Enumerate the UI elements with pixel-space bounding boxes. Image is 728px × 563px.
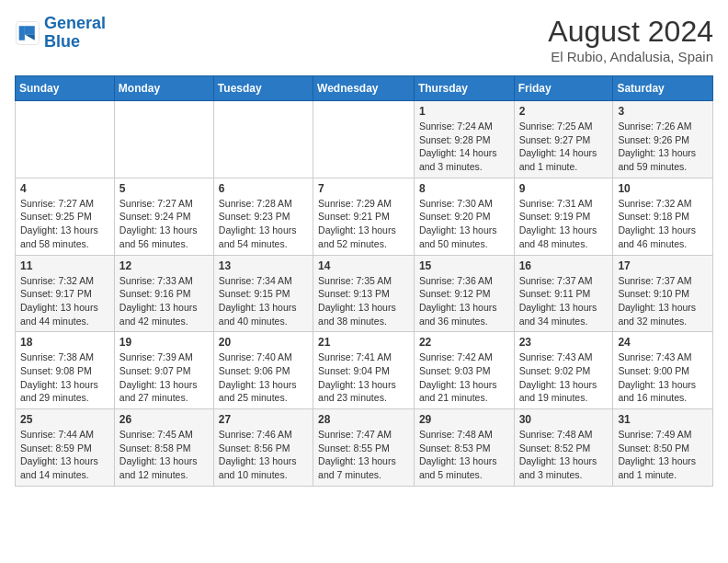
calendar-cell: 14Sunrise: 7:35 AM Sunset: 9:13 PM Dayli… [313, 255, 415, 332]
calendar-cell: 29Sunrise: 7:48 AM Sunset: 8:53 PM Dayli… [414, 409, 514, 487]
day-number: 23 [519, 336, 609, 349]
day-number: 8 [419, 182, 509, 195]
weekday-header-saturday: Saturday [613, 76, 713, 101]
weekday-header-wednesday: Wednesday [313, 76, 415, 101]
calendar-cell: 2Sunrise: 7:25 AM Sunset: 9:27 PM Daylig… [514, 101, 613, 178]
calendar-cell: 4Sunrise: 7:27 AM Sunset: 9:25 PM Daylig… [16, 178, 115, 255]
calendar-body: 1Sunrise: 7:24 AM Sunset: 9:28 PM Daylig… [16, 101, 713, 487]
calendar-cell: 5Sunrise: 7:27 AM Sunset: 9:24 PM Daylig… [114, 178, 213, 255]
day-info: Sunrise: 7:26 AM Sunset: 9:26 PM Dayligh… [618, 120, 708, 174]
day-number: 28 [318, 413, 409, 426]
day-number: 26 [119, 413, 209, 426]
weekday-header-friday: Friday [514, 76, 613, 101]
calendar-cell: 27Sunrise: 7:46 AM Sunset: 8:56 PM Dayli… [213, 409, 313, 487]
logo-icon [15, 20, 40, 46]
weekday-header-sunday: Sunday [16, 76, 115, 101]
title-block: August 2024 El Rubio, Andalusia, Spain [548, 15, 713, 64]
day-info: Sunrise: 7:36 AM Sunset: 9:12 PM Dayligh… [419, 274, 509, 328]
day-info: Sunrise: 7:32 AM Sunset: 9:18 PM Dayligh… [618, 197, 708, 251]
calendar-cell: 20Sunrise: 7:40 AM Sunset: 9:06 PM Dayli… [213, 332, 313, 409]
day-number: 27 [219, 413, 308, 426]
calendar-cell: 17Sunrise: 7:37 AM Sunset: 9:10 PM Dayli… [613, 255, 713, 332]
day-number: 21 [318, 336, 409, 349]
day-number: 25 [20, 413, 109, 426]
day-info: Sunrise: 7:28 AM Sunset: 9:23 PM Dayligh… [219, 197, 308, 251]
day-number: 20 [219, 336, 308, 349]
day-info: Sunrise: 7:27 AM Sunset: 9:25 PM Dayligh… [20, 197, 109, 251]
day-number: 19 [119, 336, 209, 349]
day-info: Sunrise: 7:37 AM Sunset: 9:11 PM Dayligh… [519, 274, 609, 328]
calendar-cell: 28Sunrise: 7:47 AM Sunset: 8:55 PM Dayli… [313, 409, 415, 487]
calendar-cell: 31Sunrise: 7:49 AM Sunset: 8:50 PM Dayli… [613, 409, 713, 487]
calendar-cell: 18Sunrise: 7:38 AM Sunset: 9:08 PM Dayli… [16, 332, 115, 409]
calendar-week-3: 11Sunrise: 7:32 AM Sunset: 9:17 PM Dayli… [16, 255, 713, 332]
calendar-cell: 30Sunrise: 7:48 AM Sunset: 8:52 PM Dayli… [514, 409, 613, 487]
weekday-header-row: SundayMondayTuesdayWednesdayThursdayFrid… [16, 76, 713, 101]
day-number: 4 [20, 182, 109, 195]
day-info: Sunrise: 7:49 AM Sunset: 8:50 PM Dayligh… [618, 428, 708, 482]
calendar-week-4: 18Sunrise: 7:38 AM Sunset: 9:08 PM Dayli… [16, 332, 713, 409]
calendar-cell [313, 101, 415, 178]
weekday-header-tuesday: Tuesday [213, 76, 313, 101]
calendar-cell: 21Sunrise: 7:41 AM Sunset: 9:04 PM Dayli… [313, 332, 415, 409]
day-info: Sunrise: 7:48 AM Sunset: 8:53 PM Dayligh… [419, 428, 509, 482]
calendar-cell: 12Sunrise: 7:33 AM Sunset: 9:16 PM Dayli… [114, 255, 213, 332]
day-number: 2 [519, 105, 609, 118]
calendar-header: SundayMondayTuesdayWednesdayThursdayFrid… [16, 76, 713, 101]
day-info: Sunrise: 7:43 AM Sunset: 9:02 PM Dayligh… [519, 350, 609, 405]
day-number: 11 [20, 259, 109, 272]
calendar-week-5: 25Sunrise: 7:44 AM Sunset: 8:59 PM Dayli… [16, 409, 713, 487]
day-number: 30 [519, 413, 609, 426]
day-info: Sunrise: 7:46 AM Sunset: 8:56 PM Dayligh… [219, 428, 308, 482]
calendar-cell: 26Sunrise: 7:45 AM Sunset: 8:58 PM Dayli… [114, 409, 213, 487]
day-number: 12 [119, 259, 209, 272]
calendar-cell [213, 101, 313, 178]
svg-rect-3 [19, 26, 25, 40]
day-info: Sunrise: 7:25 AM Sunset: 9:27 PM Dayligh… [519, 120, 609, 174]
logo-line1: General [44, 14, 106, 32]
day-number: 15 [419, 259, 509, 272]
day-info: Sunrise: 7:32 AM Sunset: 9:17 PM Dayligh… [20, 274, 109, 328]
calendar-week-2: 4Sunrise: 7:27 AM Sunset: 9:25 PM Daylig… [16, 178, 713, 255]
day-info: Sunrise: 7:35 AM Sunset: 9:13 PM Dayligh… [318, 274, 409, 328]
calendar-table: SundayMondayTuesdayWednesdayThursdayFrid… [15, 75, 713, 487]
day-info: Sunrise: 7:44 AM Sunset: 8:59 PM Dayligh… [20, 428, 109, 482]
day-number: 24 [618, 336, 708, 349]
calendar-week-1: 1Sunrise: 7:24 AM Sunset: 9:28 PM Daylig… [16, 101, 713, 178]
day-info: Sunrise: 7:27 AM Sunset: 9:24 PM Dayligh… [119, 197, 209, 251]
day-info: Sunrise: 7:43 AM Sunset: 9:00 PM Dayligh… [618, 350, 708, 405]
day-info: Sunrise: 7:40 AM Sunset: 9:06 PM Dayligh… [219, 350, 308, 405]
calendar-cell: 6Sunrise: 7:28 AM Sunset: 9:23 PM Daylig… [213, 178, 313, 255]
day-number: 14 [318, 259, 409, 272]
day-info: Sunrise: 7:42 AM Sunset: 9:03 PM Dayligh… [419, 350, 509, 405]
weekday-header-monday: Monday [114, 76, 213, 101]
day-info: Sunrise: 7:48 AM Sunset: 8:52 PM Dayligh… [519, 428, 609, 482]
calendar-cell: 16Sunrise: 7:37 AM Sunset: 9:11 PM Dayli… [514, 255, 613, 332]
day-number: 7 [318, 182, 409, 195]
day-info: Sunrise: 7:37 AM Sunset: 9:10 PM Dayligh… [618, 274, 708, 328]
day-number: 18 [20, 336, 109, 349]
calendar-cell: 11Sunrise: 7:32 AM Sunset: 9:17 PM Dayli… [16, 255, 115, 332]
calendar-cell: 24Sunrise: 7:43 AM Sunset: 9:00 PM Dayli… [613, 332, 713, 409]
svg-marker-1 [25, 26, 35, 34]
month-year: August 2024 [548, 15, 713, 49]
calendar-cell: 9Sunrise: 7:31 AM Sunset: 9:19 PM Daylig… [514, 178, 613, 255]
day-number: 31 [618, 413, 708, 426]
day-number: 29 [419, 413, 509, 426]
logo-text: General Blue [44, 15, 106, 52]
day-info: Sunrise: 7:39 AM Sunset: 9:07 PM Dayligh… [119, 350, 209, 405]
location: El Rubio, Andalusia, Spain [548, 49, 713, 64]
day-number: 6 [219, 182, 308, 195]
calendar-cell: 7Sunrise: 7:29 AM Sunset: 9:21 PM Daylig… [313, 178, 415, 255]
calendar-cell [114, 101, 213, 178]
day-info: Sunrise: 7:38 AM Sunset: 9:08 PM Dayligh… [20, 350, 109, 405]
day-number: 9 [519, 182, 609, 195]
logo-line2: Blue [44, 32, 80, 51]
weekday-header-thursday: Thursday [414, 76, 514, 101]
day-number: 22 [419, 336, 509, 349]
calendar-cell: 19Sunrise: 7:39 AM Sunset: 9:07 PM Dayli… [114, 332, 213, 409]
day-number: 5 [119, 182, 209, 195]
day-info: Sunrise: 7:34 AM Sunset: 9:15 PM Dayligh… [219, 274, 308, 328]
calendar-cell: 23Sunrise: 7:43 AM Sunset: 9:02 PM Dayli… [514, 332, 613, 409]
day-info: Sunrise: 7:31 AM Sunset: 9:19 PM Dayligh… [519, 197, 609, 251]
